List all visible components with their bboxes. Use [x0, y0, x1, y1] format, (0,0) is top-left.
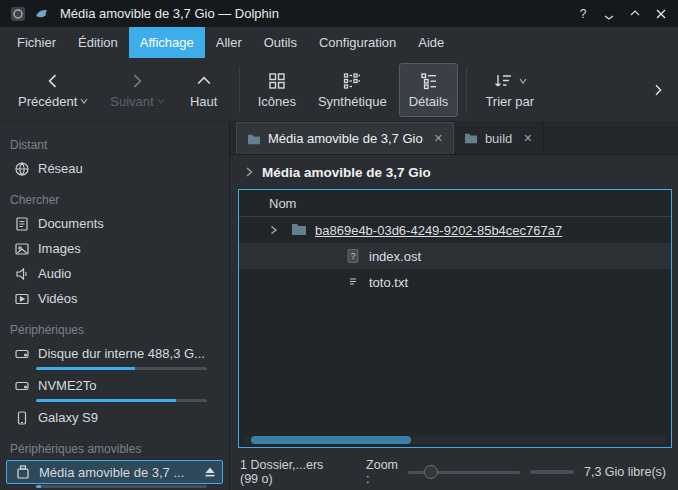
- places-panel: Distant Réseau Chercher Documents Images: [0, 122, 230, 490]
- close-button[interactable]: [650, 4, 672, 24]
- sidebar-item-phone[interactable]: Galaxy S9: [0, 405, 229, 430]
- tab-label: build: [485, 131, 512, 146]
- app-menu-icon[interactable]: [10, 6, 26, 22]
- forward-label: Suivant: [110, 94, 153, 109]
- sidebar-item-removable-media[interactable]: Média amovible de 3,7 ...: [6, 460, 223, 484]
- hard-disk-icon: [14, 378, 30, 394]
- section-header-search: Chercher: [0, 187, 229, 211]
- folder-icon: [291, 222, 307, 238]
- breadcrumb-current-folder[interactable]: Média amovible de 3,7 Gio: [262, 165, 431, 180]
- compact-view-button[interactable]: Synthétique: [308, 63, 397, 117]
- eject-icon[interactable]: [204, 466, 216, 478]
- sidebar-item-documents[interactable]: Documents: [0, 211, 229, 236]
- sidebar-item-audio[interactable]: Audio: [0, 261, 229, 286]
- zoom-slider-handle[interactable]: [424, 465, 438, 479]
- toolbar: Précédent Suivant Haut: [0, 58, 678, 122]
- sidebar-item-internal-disk[interactable]: Disque dur interne 488,3 G...: [0, 341, 229, 366]
- chevron-right-icon: [244, 166, 254, 178]
- expander-icon[interactable]: [269, 225, 281, 235]
- sort-by-button[interactable]: Trier par: [475, 63, 544, 117]
- tab-label: Média amovible de 3,7 Gio: [268, 131, 423, 146]
- details-view-label: Détails: [409, 94, 449, 109]
- menu-item-aide[interactable]: Aide: [407, 27, 455, 58]
- menu-item-fichier[interactable]: Fichier: [6, 27, 67, 58]
- sidebar-item-label: Réseau: [38, 161, 83, 176]
- disk-usage-bar: [36, 367, 207, 370]
- documents-icon: [14, 216, 30, 232]
- tab-removable-media[interactable]: Média amovible de 3,7 Gio ✕: [236, 122, 454, 154]
- file-row-folder[interactable]: ba869e4b-03d6-4249-9202-85b4cec767a7: [239, 217, 671, 243]
- sidebar-item-label: NVME2To: [38, 378, 97, 393]
- removable-usage-bar: [36, 485, 207, 488]
- main-view: Média amovible de 3,7 Gio ✕ build ✕ Médi…: [230, 122, 678, 490]
- file-row-text[interactable]: toto.txt: [239, 269, 671, 295]
- icons-view-icon: [267, 71, 287, 91]
- horizontal-scrollbar[interactable]: [243, 436, 667, 444]
- breadcrumb[interactable]: Média amovible de 3,7 Gio: [230, 155, 678, 189]
- file-name[interactable]: ba869e4b-03d6-4249-9202-85b4cec767a7: [315, 223, 562, 238]
- details-view-button[interactable]: Détails: [399, 63, 459, 117]
- dolphin-window: Média amovible de 3,7 Gio — Dolphin ? Fi…: [0, 0, 678, 490]
- window-controls: ?: [572, 4, 672, 24]
- menu-item-outils[interactable]: Outils: [253, 27, 308, 58]
- chevron-left-icon: [43, 71, 63, 91]
- section-header-remote: Distant: [0, 132, 229, 156]
- images-icon: [14, 241, 30, 257]
- hard-disk-icon: [14, 346, 30, 362]
- menu-item-configuration[interactable]: Configuration: [308, 27, 407, 58]
- sidebar-item-nvme[interactable]: NVME2To: [0, 373, 229, 398]
- maximize-button[interactable]: [624, 4, 646, 24]
- details-view-icon: [419, 71, 439, 91]
- scrollbar-thumb[interactable]: [251, 436, 411, 444]
- phone-icon: [14, 410, 30, 426]
- chevron-down-icon: [157, 98, 165, 104]
- file-row-unknown[interactable]: ? index.ost: [239, 243, 671, 269]
- tab-build[interactable]: build ✕: [454, 122, 544, 154]
- status-bar: 1 Dossier,...ers (99 o) Zoom : 7,3 Gio l…: [230, 454, 678, 490]
- window-title: Média amovible de 3,7 Gio — Dolphin: [60, 6, 279, 21]
- back-button[interactable]: Précédent: [8, 63, 98, 117]
- icons-view-button[interactable]: Icônes: [248, 63, 306, 117]
- compact-view-label: Synthétique: [318, 94, 387, 109]
- usb-drive-icon: [15, 464, 31, 480]
- zoom-label: Zoom :: [366, 458, 398, 486]
- help-button[interactable]: ?: [572, 4, 594, 24]
- menu-item-aller[interactable]: Aller: [205, 27, 253, 58]
- menu-item-affichage[interactable]: Affichage: [129, 27, 205, 58]
- column-header-name[interactable]: Nom: [239, 190, 671, 217]
- sidebar-item-label: Disque dur interne 488,3 G...: [38, 346, 205, 361]
- back-label: Précédent: [18, 94, 77, 109]
- chevron-up-icon: [194, 71, 214, 91]
- file-name[interactable]: index.ost: [369, 249, 421, 264]
- file-view[interactable]: Nom ba869e4b-03d6-4249-9202-85b4cec767a7…: [238, 189, 672, 448]
- sidebar-item-network[interactable]: Réseau: [0, 156, 229, 181]
- chevron-down-icon: [519, 78, 527, 84]
- up-label: Haut: [190, 94, 217, 109]
- section-header-devices: Périphériques: [0, 317, 229, 341]
- sidebar-item-videos[interactable]: Vidéos: [0, 286, 229, 311]
- section-header-removable: Périphériques amovibles: [0, 436, 229, 460]
- titlebar: Média amovible de 3,7 Gio — Dolphin ?: [0, 0, 678, 27]
- toolbar-separator: [466, 67, 467, 113]
- text-file-icon: [345, 274, 361, 290]
- forward-button[interactable]: Suivant: [100, 63, 174, 117]
- zoom-slider[interactable]: [408, 465, 520, 479]
- menu-item-edition[interactable]: Édition: [67, 27, 129, 58]
- file-name[interactable]: toto.txt: [369, 275, 408, 290]
- svg-text:?: ?: [351, 251, 356, 261]
- minimize-button[interactable]: [598, 4, 620, 24]
- icons-view-label: Icônes: [258, 94, 296, 109]
- tab-close-icon[interactable]: ✕: [523, 132, 532, 145]
- toolbar-separator: [239, 67, 240, 113]
- tab-bar: Média amovible de 3,7 Gio ✕ build ✕: [230, 122, 678, 155]
- sidebar-item-images[interactable]: Images: [0, 236, 229, 261]
- unknown-file-icon: ?: [345, 248, 361, 264]
- chevron-right-icon: [127, 71, 147, 91]
- toolbar-overflow-button[interactable]: [646, 77, 670, 103]
- free-space-bar: [530, 470, 574, 474]
- disk-usage-bar: [36, 399, 207, 402]
- tab-close-icon[interactable]: ✕: [434, 132, 443, 145]
- audio-icon: [14, 266, 30, 282]
- content-area: Distant Réseau Chercher Documents Images: [0, 122, 678, 490]
- up-button[interactable]: Haut: [177, 63, 231, 117]
